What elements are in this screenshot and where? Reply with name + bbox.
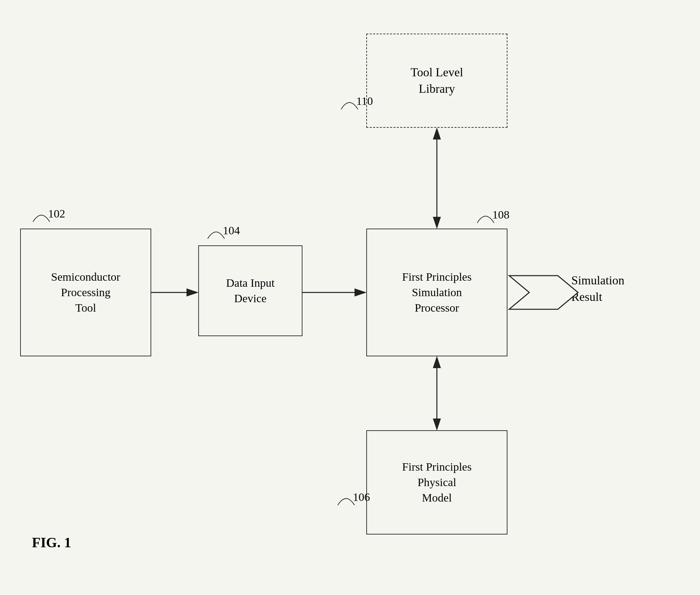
first-principles-physical-model-box: First PrinciplesPhysicalModel — [366, 430, 507, 535]
simulation-result-label: SimulationResult — [571, 272, 624, 305]
svg-marker-4 — [509, 276, 578, 309]
semiconductor-processing-tool-label: SemiconductorProcessingTool — [51, 269, 120, 316]
first-principles-processor-label: First PrinciplesSimulationProcessor — [402, 269, 472, 316]
data-input-device-box: Data InputDevice — [198, 246, 302, 336]
tool-level-library-label: Tool LevelLibrary — [411, 64, 463, 97]
semiconductor-processing-tool-box: SemiconductorProcessingTool — [20, 229, 151, 356]
fig-label: FIG. 1 — [32, 535, 71, 550]
tool-level-library-box: Tool LevelLibrary — [366, 34, 507, 128]
data-input-device-label: Data InputDevice — [226, 275, 274, 306]
first-principles-processor-box: First PrinciplesSimulationProcessor — [366, 229, 507, 356]
first-principles-physical-model-label: First PrinciplesPhysicalModel — [402, 459, 472, 506]
diagram-container: Tool LevelLibrary SemiconductorProcessin… — [0, 0, 700, 595]
